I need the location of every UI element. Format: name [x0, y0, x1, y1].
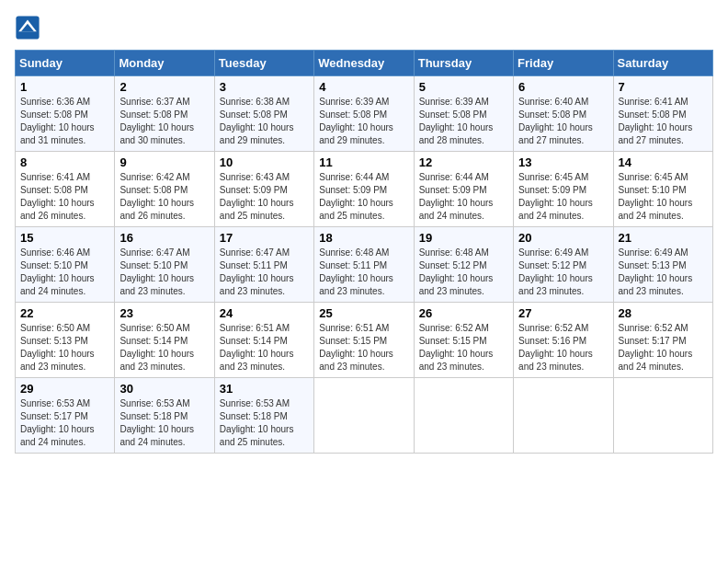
day-number: 3: [220, 80, 309, 94]
calendar-week-2: 8 Sunrise: 6:41 AM Sunset: 5:08 PM Dayli…: [16, 152, 713, 227]
day-info: Sunrise: 6:43 AM Sunset: 5:09 PM Dayligh…: [220, 171, 309, 223]
calendar-cell: 20 Sunrise: 6:49 AM Sunset: 5:12 PM Dayl…: [514, 227, 613, 303]
calendar-cell: 14 Sunrise: 6:45 AM Sunset: 5:10 PM Dayl…: [613, 152, 712, 227]
day-number: 8: [20, 155, 109, 169]
calendar-cell: 24 Sunrise: 6:51 AM Sunset: 5:14 PM Dayl…: [214, 303, 313, 378]
day-info: Sunrise: 6:48 AM Sunset: 5:11 PM Dayligh…: [319, 247, 408, 298]
day-info: Sunrise: 6:36 AM Sunset: 5:08 PM Dayligh…: [20, 96, 109, 147]
calendar-cell: 23 Sunrise: 6:50 AM Sunset: 5:14 PM Dayl…: [115, 303, 214, 378]
day-number: 22: [20, 306, 109, 320]
calendar-cell: 18 Sunrise: 6:48 AM Sunset: 5:11 PM Dayl…: [314, 227, 414, 303]
col-header-saturday: Saturday: [613, 51, 712, 76]
col-header-friday: Friday: [514, 51, 613, 76]
calendar-cell: [613, 378, 712, 454]
day-number: 10: [220, 155, 309, 169]
day-number: 15: [20, 231, 109, 245]
day-info: Sunrise: 6:38 AM Sunset: 5:08 PM Dayligh…: [220, 96, 309, 147]
day-info: Sunrise: 6:42 AM Sunset: 5:08 PM Dayligh…: [119, 171, 209, 223]
day-info: Sunrise: 6:47 AM Sunset: 5:10 PM Dayligh…: [119, 247, 209, 298]
day-info: Sunrise: 6:41 AM Sunset: 5:08 PM Dayligh…: [20, 171, 109, 223]
calendar-cell: 1 Sunrise: 6:36 AM Sunset: 5:08 PM Dayli…: [16, 76, 115, 152]
day-number: 17: [220, 231, 309, 245]
day-number: 27: [518, 306, 608, 320]
calendar-cell: 12 Sunrise: 6:44 AM Sunset: 5:09 PM Dayl…: [414, 152, 513, 227]
day-number: 7: [619, 80, 708, 94]
day-info: Sunrise: 6:53 AM Sunset: 5:17 PM Dayligh…: [20, 397, 109, 449]
calendar-cell: 13 Sunrise: 6:45 AM Sunset: 5:09 PM Dayl…: [514, 152, 613, 227]
day-info: Sunrise: 6:46 AM Sunset: 5:10 PM Dayligh…: [20, 247, 109, 298]
col-header-wednesday: Wednesday: [314, 51, 414, 76]
day-number: 14: [619, 155, 708, 169]
col-header-tuesday: Tuesday: [214, 51, 313, 76]
day-info: Sunrise: 6:52 AM Sunset: 5:17 PM Dayligh…: [619, 322, 708, 373]
calendar-cell: 31 Sunrise: 6:53 AM Sunset: 5:18 PM Dayl…: [214, 378, 313, 454]
day-info: Sunrise: 6:49 AM Sunset: 5:13 PM Dayligh…: [619, 247, 708, 298]
day-info: Sunrise: 6:52 AM Sunset: 5:15 PM Dayligh…: [419, 322, 508, 373]
col-header-thursday: Thursday: [414, 51, 513, 76]
calendar-cell: 21 Sunrise: 6:49 AM Sunset: 5:13 PM Dayl…: [613, 227, 712, 303]
day-number: 18: [319, 231, 408, 245]
calendar-cell: 16 Sunrise: 6:47 AM Sunset: 5:10 PM Dayl…: [115, 227, 214, 303]
day-number: 29: [20, 382, 109, 396]
calendar-cell: [514, 378, 613, 454]
calendar-cell: 26 Sunrise: 6:52 AM Sunset: 5:15 PM Dayl…: [414, 303, 513, 378]
day-info: Sunrise: 6:39 AM Sunset: 5:08 PM Dayligh…: [419, 96, 508, 147]
calendar-cell: 5 Sunrise: 6:39 AM Sunset: 5:08 PM Dayli…: [414, 76, 513, 152]
calendar-week-3: 15 Sunrise: 6:46 AM Sunset: 5:10 PM Dayl…: [16, 227, 713, 303]
page-header: [15, 15, 713, 40]
day-info: Sunrise: 6:48 AM Sunset: 5:12 PM Dayligh…: [419, 247, 508, 298]
calendar-cell: 30 Sunrise: 6:53 AM Sunset: 5:18 PM Dayl…: [115, 378, 214, 454]
day-number: 31: [220, 382, 309, 396]
day-number: 5: [419, 80, 508, 94]
day-number: 28: [619, 306, 708, 320]
calendar-cell: 22 Sunrise: 6:50 AM Sunset: 5:13 PM Dayl…: [16, 303, 115, 378]
calendar-table: SundayMondayTuesdayWednesdayThursdayFrid…: [15, 50, 713, 454]
calendar-cell: [314, 378, 414, 454]
calendar-cell: 9 Sunrise: 6:42 AM Sunset: 5:08 PM Dayli…: [115, 152, 214, 227]
calendar-cell: 10 Sunrise: 6:43 AM Sunset: 5:09 PM Dayl…: [214, 152, 313, 227]
logo: [15, 15, 44, 40]
col-header-sunday: Sunday: [16, 51, 115, 76]
day-number: 20: [518, 231, 608, 245]
day-info: Sunrise: 6:51 AM Sunset: 5:15 PM Dayligh…: [319, 322, 408, 373]
day-number: 11: [319, 155, 408, 169]
col-header-monday: Monday: [115, 51, 214, 76]
calendar-cell: 17 Sunrise: 6:47 AM Sunset: 5:11 PM Dayl…: [214, 227, 313, 303]
day-info: Sunrise: 6:39 AM Sunset: 5:08 PM Dayligh…: [319, 96, 408, 147]
day-number: 12: [419, 155, 508, 169]
day-info: Sunrise: 6:53 AM Sunset: 5:18 PM Dayligh…: [220, 397, 309, 449]
calendar-cell: 29 Sunrise: 6:53 AM Sunset: 5:17 PM Dayl…: [16, 378, 115, 454]
day-info: Sunrise: 6:50 AM Sunset: 5:13 PM Dayligh…: [20, 322, 109, 373]
day-info: Sunrise: 6:49 AM Sunset: 5:12 PM Dayligh…: [518, 247, 608, 298]
calendar-cell: 25 Sunrise: 6:51 AM Sunset: 5:15 PM Dayl…: [314, 303, 414, 378]
day-info: Sunrise: 6:37 AM Sunset: 5:08 PM Dayligh…: [119, 96, 209, 147]
day-info: Sunrise: 6:44 AM Sunset: 5:09 PM Dayligh…: [419, 171, 508, 223]
day-info: Sunrise: 6:52 AM Sunset: 5:16 PM Dayligh…: [518, 322, 608, 373]
day-number: 16: [119, 231, 209, 245]
day-info: Sunrise: 6:45 AM Sunset: 5:10 PM Dayligh…: [619, 171, 708, 223]
day-info: Sunrise: 6:50 AM Sunset: 5:14 PM Dayligh…: [119, 322, 209, 373]
day-number: 6: [518, 80, 608, 94]
day-number: 1: [20, 80, 109, 94]
calendar-cell: 27 Sunrise: 6:52 AM Sunset: 5:16 PM Dayl…: [514, 303, 613, 378]
calendar-cell: 11 Sunrise: 6:44 AM Sunset: 5:09 PM Dayl…: [314, 152, 414, 227]
calendar-cell: 8 Sunrise: 6:41 AM Sunset: 5:08 PM Dayli…: [16, 152, 115, 227]
day-number: 19: [419, 231, 508, 245]
day-info: Sunrise: 6:51 AM Sunset: 5:14 PM Dayligh…: [220, 322, 309, 373]
day-info: Sunrise: 6:45 AM Sunset: 5:09 PM Dayligh…: [518, 171, 608, 223]
calendar-cell: 15 Sunrise: 6:46 AM Sunset: 5:10 PM Dayl…: [16, 227, 115, 303]
calendar-cell: 19 Sunrise: 6:48 AM Sunset: 5:12 PM Dayl…: [414, 227, 513, 303]
day-number: 23: [119, 306, 209, 320]
day-number: 21: [619, 231, 708, 245]
day-number: 24: [220, 306, 309, 320]
day-number: 4: [319, 80, 408, 94]
day-number: 25: [319, 306, 408, 320]
calendar-cell: 3 Sunrise: 6:38 AM Sunset: 5:08 PM Dayli…: [214, 76, 313, 152]
logo-icon: [15, 15, 40, 40]
day-info: Sunrise: 6:40 AM Sunset: 5:08 PM Dayligh…: [518, 96, 608, 147]
calendar-cell: 7 Sunrise: 6:41 AM Sunset: 5:08 PM Dayli…: [613, 76, 712, 152]
day-number: 13: [518, 155, 608, 169]
calendar-week-5: 29 Sunrise: 6:53 AM Sunset: 5:17 PM Dayl…: [16, 378, 713, 454]
calendar-cell: 4 Sunrise: 6:39 AM Sunset: 5:08 PM Dayli…: [314, 76, 414, 152]
calendar-cell: 28 Sunrise: 6:52 AM Sunset: 5:17 PM Dayl…: [613, 303, 712, 378]
